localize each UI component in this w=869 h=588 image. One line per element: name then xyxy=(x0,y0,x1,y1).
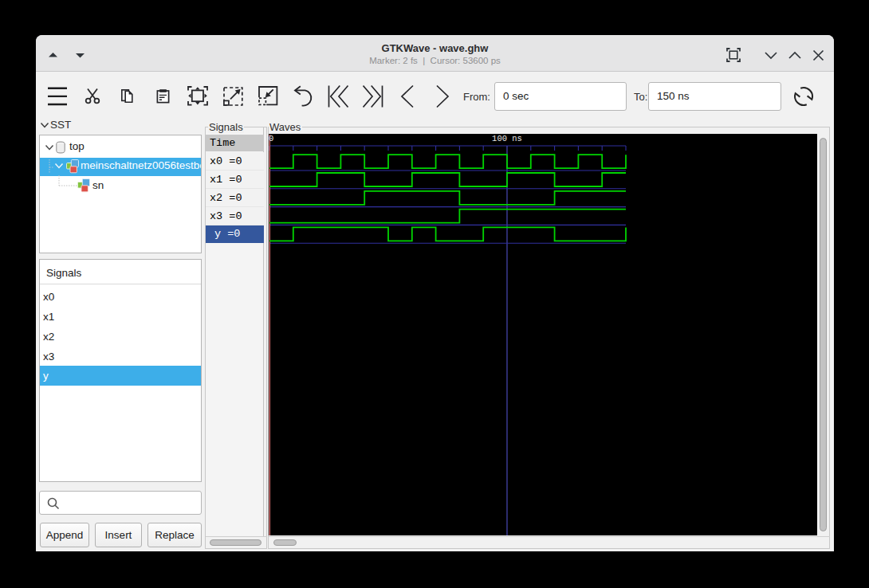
svg-text:0: 0 xyxy=(269,134,273,143)
svg-text:100 ns: 100 ns xyxy=(492,134,522,143)
